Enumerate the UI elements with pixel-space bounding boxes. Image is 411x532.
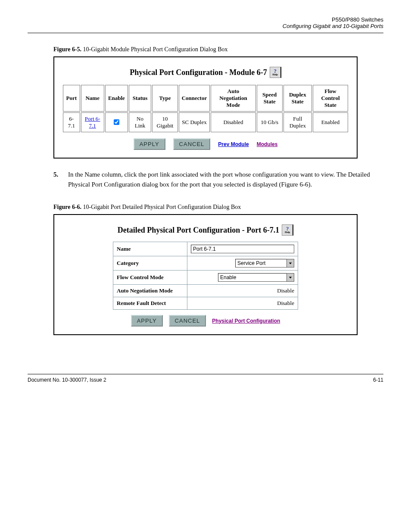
footer-doc-number: Document No. 10-300077, Issue 2 <box>28 377 106 383</box>
col-port: Port <box>63 85 80 112</box>
cell-port: 6-7.1 <box>63 112 80 132</box>
panel-b-title: Detailed Physical Port Configuration - P… <box>118 226 279 235</box>
cell-type: 10 Gigabit <box>152 112 178 132</box>
col-duplex: Duplex State <box>283 85 312 112</box>
help-icon[interactable]: ?Help <box>282 224 293 236</box>
cell-enable <box>105 112 128 132</box>
apply-button[interactable]: APPLY <box>131 315 163 327</box>
row-remote-label: Remote Fault Detect <box>113 297 187 310</box>
flow-control-select[interactable]: Enable <box>218 273 294 282</box>
col-connector: Connector <box>179 85 210 112</box>
svg-marker-1 <box>289 277 292 278</box>
footer-rule <box>28 374 383 374</box>
help-icon[interactable]: ?Help <box>270 67 281 78</box>
screenshot-detailed-port-config: Detailed Physical Port Configuration - P… <box>53 214 358 335</box>
row-name-label: Name <box>113 242 187 256</box>
figure-b-prefix: Figure 6-6. <box>53 204 81 210</box>
cell-connector: SC Duplex <box>179 112 210 132</box>
col-status: Status <box>129 85 151 112</box>
page-footer: Document No. 10-300077, Issue 2 6-11 <box>28 377 383 383</box>
table-header-row: Port Name Enable Status Type Connector A… <box>63 85 348 112</box>
row-name-value: Port 6-7.1 <box>187 242 298 256</box>
header-product: P550/P880 Switches <box>28 16 383 23</box>
step-number: 5. <box>53 170 68 189</box>
cancel-button[interactable]: CANCEL <box>173 138 211 150</box>
port-config-table: Port Name Enable Status Type Connector A… <box>62 84 349 133</box>
name-input[interactable]: Port 6-7.1 <box>191 245 294 253</box>
header-rule <box>28 33 383 33</box>
row-flow-label: Flow Control Mode <box>113 271 187 285</box>
category-select[interactable]: Service Port <box>235 259 294 268</box>
modules-link[interactable]: Modules <box>257 141 278 147</box>
page-header: P550/P880 Switches Configuring Gigabit a… <box>28 16 383 29</box>
cell-name: Port 6-7.1 <box>81 112 104 132</box>
header-section: Configuring Gigabit and 10-Gigabit Ports <box>28 23 383 29</box>
chevron-down-icon <box>287 273 294 282</box>
figure-b-caption: Figure 6-6. 10-Gigabit Port Detailed Phy… <box>53 204 382 211</box>
cell-status: No Link <box>129 112 151 132</box>
cell-flow: Enabled <box>313 112 348 132</box>
col-enable: Enable <box>105 85 128 112</box>
col-speed: Speed State <box>257 85 283 112</box>
cell-speed: 10 Gb/s <box>257 112 283 132</box>
cell-autoneg: Disabled <box>211 112 256 132</box>
instruction-step-5: 5. In the Name column, click the port li… <box>53 170 382 189</box>
svg-marker-0 <box>289 262 292 264</box>
col-type: Type <box>152 85 178 112</box>
row-category-label: Category <box>113 256 187 271</box>
prev-module-link[interactable]: Prev Module <box>218 141 249 147</box>
port-name-link[interactable]: Port 6-7.1 <box>85 115 100 129</box>
col-flow: Flow Control State <box>313 85 348 112</box>
row-autoneg-value: Disable <box>187 285 298 297</box>
enable-checkbox[interactable] <box>114 119 119 125</box>
panel-a-title: Physical Port Configuration - Module 6-7 <box>130 68 267 77</box>
step-text: In the Name column, click the port link … <box>68 170 382 189</box>
screenshot-physical-port-config: Physical Port Configuration - Module 6-7… <box>53 56 358 159</box>
col-name: Name <box>81 85 104 112</box>
cell-duplex: Full Duplex <box>283 112 312 132</box>
row-autoneg-label: Auto Negotiation Mode <box>113 285 187 297</box>
apply-button[interactable]: APPLY <box>134 138 165 150</box>
row-category-value: Service Port <box>187 256 298 271</box>
cancel-button[interactable]: CANCEL <box>169 315 206 327</box>
chevron-down-icon <box>287 259 294 268</box>
detail-config-table: Name Port 6-7.1 Category Service Port <box>113 242 298 310</box>
physical-port-config-link[interactable]: Physical Port Configuration <box>212 318 280 324</box>
figure-a-caption: Figure 6-5. 10-Gigabit Module Physical P… <box>53 46 382 53</box>
table-row: 6-7.1 Port 6-7.1 No Link 10 Gigabit SC D… <box>63 112 348 132</box>
col-autoneg: Auto Negotiation Mode <box>211 85 256 112</box>
footer-page-number: 6-11 <box>373 377 383 383</box>
figure-a-prefix: Figure 6-5. <box>53 46 81 53</box>
row-flow-value: Enable <box>187 271 298 285</box>
row-remote-value: Disable <box>187 297 298 310</box>
figure-a-text: 10-Gigabit Module Physical Port Configur… <box>83 46 228 53</box>
figure-b-text: 10-Gigabit Port Detailed Physical Port C… <box>83 204 241 210</box>
